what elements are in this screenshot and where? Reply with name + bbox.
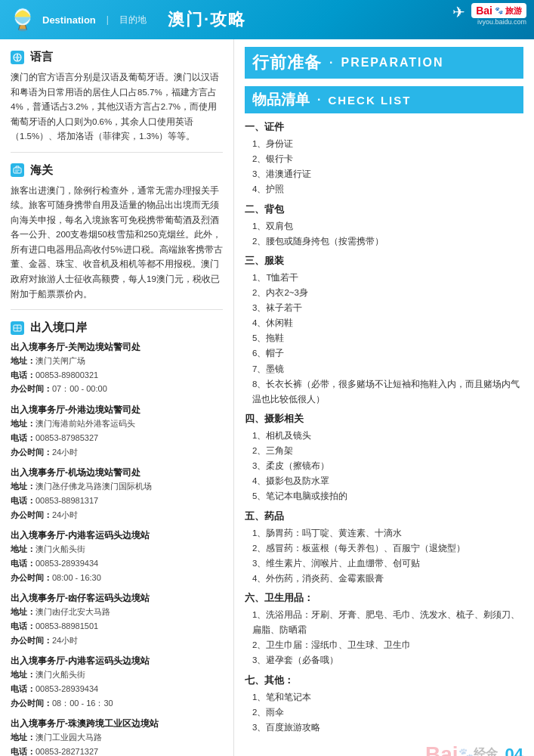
- prep-header: 行前准备 · PREPARATION: [245, 47, 523, 79]
- station-5: 出入境事务厅-凼仔客运码头边境站 地址：澳门凼仔北安大马路 电话：00853-8…: [11, 592, 223, 647]
- prep-dot: ·: [329, 56, 333, 70]
- cat-4-title: 四、摄影相关: [245, 413, 523, 426]
- cat-1-title: 一、证件: [245, 121, 523, 134]
- cat-4-items: 1、相机及镜头2、三角架3、柔皮（擦镜布）4、摄影包及防水罩5、笔记本电脑或接拍…: [245, 428, 523, 504]
- border-section-title: 出入境口岸: [11, 321, 223, 335]
- prep-title-en: PREPARATION: [341, 56, 443, 70]
- cat-5-title: 五、药品: [245, 510, 523, 523]
- cat-7-items: 1、笔和笔记本2、雨伞3、百度旅游攻略: [245, 689, 523, 735]
- plane-icon: ✈: [452, 3, 465, 21]
- language-title: 语言: [30, 50, 53, 64]
- right-column: 行前准备 · PREPARATION 物品清单 · CHECK LIST 一、证…: [234, 39, 534, 756]
- svg-point-5: [19, 29, 27, 32]
- station-1: 出入境事务厅-关闸边境站警司处 地址：澳门关闸广场 电话：00853-89800…: [11, 341, 223, 396]
- baidu-url: ivyou.baidu.com: [477, 18, 526, 26]
- cat-5-items: 1、肠胃药：吗丁啶、黄连素、十滴水 2、感冒药：板蓝根（每天养包）、百服宁（退烧…: [245, 525, 523, 587]
- header-right: ✈ Bai 🐾 旅游 ivyou.baidu.com: [452, 3, 526, 26]
- station-4: 出入境事务厅-内港客运码头边境站 地址：澳门火船头街 电话：00853-2893…: [11, 529, 223, 584]
- customs-icon: [11, 163, 24, 177]
- station-7: 出入境事务厅-珠澳跨境工业区边境站 地址：澳门工业园大马路 电话：00853-2…: [11, 717, 223, 756]
- cat-3-title: 三、服装: [245, 255, 523, 268]
- header: Destination | 目的地 澳门·攻略 ✈ Bai 🐾 旅游 ivyou…: [0, 0, 534, 39]
- station-2: 出入境事务厅-外港边境站警司处 地址：澳门海港前站外港客运码头 电话：00853…: [11, 404, 223, 459]
- station-6: 出入境事务厅-内港客运码头边境站 地址：澳门火船头街 电话：00853-2893…: [11, 655, 223, 710]
- cat-7-title: 七、其他：: [245, 674, 523, 687]
- cat-3-items: 1、T恤若干2、内衣2~3身3、袜子若干4、休闲鞋5、拖鞋6、帽子7、墨镜 8、…: [245, 270, 523, 407]
- cat-6-items: 1、洗浴用品：牙刷、牙膏、肥皂、毛巾、洗发水、梳子、剃须刀、扁脂、防晒霜 2、卫…: [245, 607, 523, 668]
- cat-6-title: 六、卫生用品：: [245, 592, 523, 605]
- cat-2-title: 二、背包: [245, 203, 523, 216]
- category-6: 六、卫生用品： 1、洗浴用品：牙刷、牙膏、肥皂、毛巾、洗发水、梳子、剃须刀、扁脂…: [245, 592, 523, 668]
- header-left: Destination | 目的地 澳门·攻略: [9, 6, 246, 33]
- station-3: 出入境事务厅-机场边境站警司处 地址：澳门氹仔佛龙马路澳门国际机场 电话：008…: [11, 466, 223, 522]
- border-title: 出入境口岸: [30, 321, 87, 335]
- header-dest-cn: 目的地: [119, 14, 147, 26]
- customs-section-title: 海关: [11, 163, 223, 178]
- left-column: 语言 澳门的官方语言分别是汉语及葡萄牙语。澳门以汉语和粤语为日常用语的居住人口占…: [0, 39, 234, 756]
- checklist-en: CHECK LIST: [328, 94, 411, 107]
- customs-body: 旅客出进澳门，除例行检查外，通常无需办理报关手续。旅客可随身携带自用及适量的物品…: [11, 184, 223, 302]
- category-2: 二、背包 1、双肩包2、腰包或随身挎包（按需携带）: [245, 203, 523, 249]
- baidu-jingpin-logo: Bai 🐾 经金: [425, 742, 498, 756]
- svg-rect-8: [14, 168, 21, 173]
- page-number: 04: [505, 745, 523, 756]
- checklist-header: 物品清单 · CHECK LIST: [245, 86, 523, 113]
- main-content: 语言 澳门的官方语言分别是汉语及葡萄牙语。澳门以汉语和粤语为日常用语的居住人口占…: [0, 39, 534, 756]
- header-title: 澳门·攻略: [168, 8, 246, 31]
- language-icon: [11, 51, 24, 64]
- balloon-icon: [9, 6, 36, 33]
- baidu-logo-text: Bai: [476, 5, 492, 17]
- language-section-title: 语言: [11, 50, 223, 64]
- border-icon: [11, 321, 24, 335]
- cat-1-items: 1、身份证2、银行卡3、港澳通行证4、护照: [245, 136, 523, 197]
- header-separator: |: [106, 14, 109, 25]
- cat-2-items: 1、双肩包2、腰包或随身挎包（按需携带）: [245, 218, 523, 249]
- checklist-categories: 一、证件 1、身份证2、银行卡3、港澳通行证4、护照 二、背包 1、双肩包2、腰…: [245, 121, 523, 735]
- category-1: 一、证件 1、身份证2、银行卡3、港澳通行证4、护照: [245, 121, 523, 197]
- category-3: 三、服装 1、T恤若干2、内衣2~3身3、袜子若干4、休闲鞋5、拖鞋6、帽子7、…: [245, 255, 523, 407]
- paw-icon: 🐾: [495, 7, 503, 14]
- category-5: 五、药品 1、肠胃药：吗丁啶、黄连素、十滴水 2、感冒药：板蓝根（每天养包）、百…: [245, 510, 523, 587]
- category-7: 七、其他： 1、笔和笔记本2、雨伞3、百度旅游攻略: [245, 674, 523, 735]
- header-destination-label: Destination: [42, 14, 96, 26]
- language-body: 澳门的官方语言分别是汉语及葡萄牙语。澳门以汉语和粤语为日常用语的居住人口占85.…: [11, 70, 223, 144]
- prep-title-cn: 行前准备: [252, 51, 322, 74]
- category-4: 四、摄影相关 1、相机及镜头2、三角架3、柔皮（擦镜布）4、摄影包及防水罩5、笔…: [245, 413, 523, 504]
- baidu-luyou: 旅游: [505, 5, 522, 17]
- checklist-dot: ·: [317, 93, 320, 107]
- customs-title: 海关: [30, 163, 53, 178]
- checklist-cn: 物品清单: [252, 90, 310, 110]
